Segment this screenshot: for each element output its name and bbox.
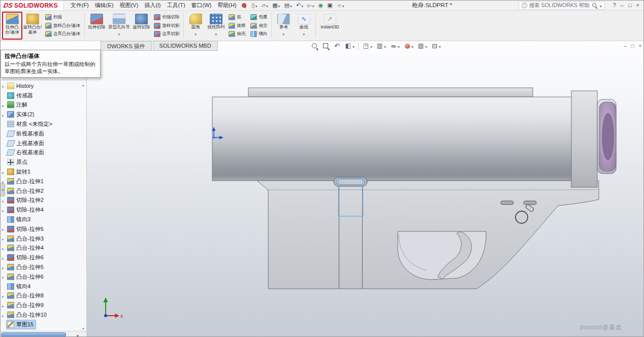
feature-tree-item[interactable]: 右视基准面 xyxy=(1,148,86,158)
display-style-button[interactable] xyxy=(375,42,387,50)
tree-item-selectable[interactable]: 材质 <未指定> xyxy=(7,120,54,128)
feature-tree-item[interactable]: 上视基准面 xyxy=(1,139,86,148)
feature-tree-item[interactable]: 切除-拉伸6 xyxy=(1,253,86,262)
rear-slot-left[interactable] xyxy=(501,201,513,205)
tree-item-selectable[interactable]: 切除-拉伸5 xyxy=(7,225,46,233)
expand-caret-icon[interactable] xyxy=(2,312,7,318)
tree-item-selectable[interactable]: 切除-拉伸4 xyxy=(7,206,46,214)
swept-boss-button[interactable]: 扫描 xyxy=(44,13,81,21)
rear-block-face[interactable] xyxy=(571,91,597,187)
view-settings-button[interactable] xyxy=(430,42,441,50)
top-rail-face[interactable] xyxy=(248,88,533,97)
undo-button[interactable] xyxy=(295,2,305,9)
dropdown-caret-icon[interactable] xyxy=(352,43,355,49)
lofted-boss-button[interactable]: 放样凸台/基体 xyxy=(44,22,81,30)
revolved-boss-base-button[interactable]: 旋转凸台/基体 xyxy=(22,12,43,40)
part-model[interactable] xyxy=(212,88,616,289)
feature-tree-item[interactable]: 实体(2) xyxy=(1,110,86,119)
curves-button[interactable]: 曲线 xyxy=(294,12,314,40)
tree-item-selectable[interactable]: 凸台-拉伸10 xyxy=(7,311,49,319)
dropdown-caret-icon[interactable] xyxy=(398,43,400,49)
expand-caret-icon[interactable] xyxy=(2,207,7,213)
feature-tree-item[interactable]: 草图15 xyxy=(1,320,86,329)
expand-caret-icon[interactable] xyxy=(2,226,7,232)
menu-item[interactable]: 工具(T) xyxy=(164,1,188,10)
tree-item-selectable[interactable]: 镜向4 xyxy=(7,282,33,291)
fillet-button[interactable]: 圆角 xyxy=(185,12,206,40)
document-minimize-button[interactable]: – xyxy=(624,43,627,50)
new-document-button[interactable] xyxy=(250,2,259,9)
draft-button[interactable]: 拔模 xyxy=(228,22,246,30)
expand-caret-icon[interactable] xyxy=(2,293,7,299)
tree-item-selectable[interactable]: 凸台-拉伸5 xyxy=(7,263,46,272)
edit-appearance-button[interactable] xyxy=(403,42,414,50)
linear-pattern-button[interactable]: 线性阵列 xyxy=(206,12,226,40)
tree-item-selectable[interactable]: 凸台-拉伸9 xyxy=(7,301,46,310)
menu-item[interactable]: 窗口(W) xyxy=(188,1,215,10)
help-button[interactable]: ? xyxy=(613,3,616,8)
pin-icon[interactable] xyxy=(242,3,246,8)
tree-item-selectable[interactable]: 旋转1 xyxy=(7,167,33,176)
expand-caret-icon[interactable] xyxy=(2,197,7,204)
print-button[interactable] xyxy=(283,2,294,9)
dropdown-caret-icon[interactable] xyxy=(600,3,602,9)
previous-view-button[interactable] xyxy=(333,42,341,50)
hide-show-items-button[interactable] xyxy=(389,42,400,50)
rib-button[interactable]: 筋 xyxy=(228,13,246,21)
feature-tree-item[interactable]: 凸台-拉伸6 xyxy=(1,272,86,282)
feature-tree-item[interactable]: 凸台-拉伸4 xyxy=(1,244,86,253)
tree-item-selectable[interactable]: 凸台-拉伸4 xyxy=(7,244,46,252)
menu-item[interactable]: 插入(I) xyxy=(141,1,164,10)
feature-tree-item[interactable]: 注解 xyxy=(1,100,86,110)
tab-solidworks-mbd[interactable]: SOLIDWORKS MBD xyxy=(153,41,218,51)
model-viewport-canvas[interactable]: x xyxy=(1,41,644,337)
feature-tree-item[interactable]: 材质 <未指定> xyxy=(1,119,86,129)
file-properties-button[interactable] xyxy=(326,2,334,9)
zoom-to-fit-button[interactable] xyxy=(310,42,319,50)
expand-caret-icon[interactable] xyxy=(2,302,7,309)
dropdown-caret-icon[interactable] xyxy=(303,30,305,37)
tree-item-selectable[interactable]: 前视基准面 xyxy=(7,129,46,138)
feature-tree-item[interactable]: 前视基准面 xyxy=(1,129,86,139)
wrap-button[interactable]: 包覆 xyxy=(249,13,268,21)
boundary-cut-button[interactable]: 边界切割 xyxy=(153,30,180,38)
shell-button[interactable]: 抽壳 xyxy=(228,30,246,38)
dropdown-caret-icon[interactable] xyxy=(312,3,314,9)
dropdown-caret-icon[interactable] xyxy=(290,3,292,9)
extruded-cut-button[interactable]: 拉伸切除 xyxy=(86,12,107,40)
feature-tree-item[interactable]: 旋转1 xyxy=(1,167,86,177)
feature-tree-item[interactable]: 凸台-拉伸9 xyxy=(1,300,86,310)
document-restore-button[interactable]: □ xyxy=(631,43,634,50)
feature-tree-item[interactable]: 凸台-拉伸5 xyxy=(1,262,86,272)
feature-tree-item[interactable]: 镜向4 xyxy=(1,282,86,291)
menu-item[interactable]: 文件(F) xyxy=(68,1,92,10)
expand-caret-icon[interactable] xyxy=(2,264,7,271)
rebuild-button[interactable] xyxy=(317,2,325,9)
reference-geometry-button[interactable]: 参考 xyxy=(273,12,294,40)
zoom-to-area-button[interactable] xyxy=(321,42,330,50)
expand-caret-icon[interactable] xyxy=(2,83,7,89)
scroll-right-arrow[interactable] xyxy=(75,332,81,337)
feature-tree-item[interactable]: 切除-拉伸4 xyxy=(1,205,86,215)
dropdown-caret-icon[interactable] xyxy=(255,3,257,9)
dropdown-caret-icon[interactable] xyxy=(283,30,285,37)
tree-item-selectable[interactable]: 凸台-拉伸2 xyxy=(7,187,46,195)
dropdown-caret-icon[interactable] xyxy=(301,3,303,9)
dropdown-caret-icon[interactable] xyxy=(266,3,268,9)
tree-item-selectable[interactable]: History xyxy=(7,82,36,90)
frame-slot-inner-edge[interactable] xyxy=(336,179,365,185)
swept-cut-button[interactable]: 扫描切除 xyxy=(153,13,180,21)
search-icon[interactable] xyxy=(592,3,598,9)
minimize-button[interactable]: – xyxy=(621,3,624,8)
tree-item-selectable[interactable]: 凸台-拉伸1 xyxy=(7,177,46,186)
dropdown-caret-icon[interactable] xyxy=(215,30,217,37)
tree-item-selectable[interactable]: 镜向3 xyxy=(7,215,33,224)
apply-scene-button[interactable] xyxy=(416,42,428,50)
feature-tree-item[interactable]: History xyxy=(1,81,86,91)
close-button[interactable]: × xyxy=(636,3,639,8)
graphics-viewport[interactable]: x dooooit@暴走 xyxy=(1,41,644,337)
section-view-button[interactable] xyxy=(344,42,355,50)
tree-item-selectable[interactable]: 凸台-拉伸3 xyxy=(7,234,46,243)
tree-item-selectable[interactable]: 注解 xyxy=(7,100,29,109)
panel-collapse-arrow[interactable] xyxy=(1,183,5,196)
